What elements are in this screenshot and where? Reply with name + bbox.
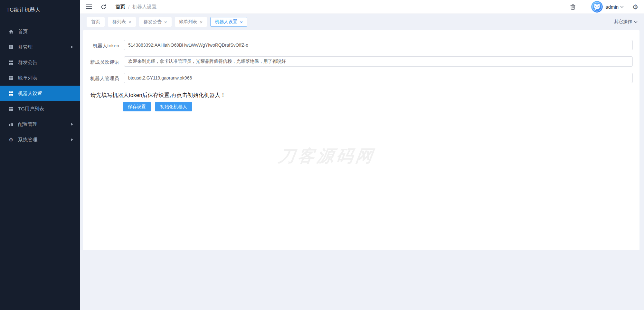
main-area: 首页 / 机器人设置 <box>80 0 644 310</box>
grid-icon <box>8 44 14 50</box>
close-icon[interactable]: × <box>164 20 167 24</box>
field-label-token: 机器人token <box>87 40 119 51</box>
bot-admins-input[interactable] <box>124 73 633 83</box>
field-label-welcome: 新成员欢迎语 <box>87 56 119 67</box>
settings-gear-icon[interactable]: ⚙ <box>632 4 638 10</box>
chevron-right-icon <box>71 46 73 48</box>
content-card: 机器人token 新成员欢迎语 机器人管理员 请先填写机器人token后保存设置… <box>83 30 639 250</box>
sidebar-item-label: 机器人设置 <box>18 90 42 97</box>
avatar[interactable] <box>591 1 603 13</box>
sidebar-item-label: 群管理 <box>18 44 33 50</box>
tab-home[interactable]: 首页 <box>87 17 105 27</box>
tab-bot-settings[interactable]: 机器人设置 × <box>210 17 247 27</box>
trash-icon[interactable] <box>570 4 576 10</box>
other-actions-dropdown[interactable]: 其它操作 <box>614 19 638 25</box>
chevron-down-icon <box>620 6 624 8</box>
tab-broadcast[interactable]: 群发公告 × <box>139 17 172 27</box>
save-settings-button[interactable]: 保存设置 <box>123 102 151 111</box>
form-row: 机器人token <box>83 40 639 51</box>
other-actions-label: 其它操作 <box>614 19 632 25</box>
grid-icon <box>8 75 14 80</box>
tab-label: 群发公告 <box>144 19 162 25</box>
refresh-icon[interactable] <box>100 4 107 10</box>
user-menu[interactable]: admin <box>605 4 624 10</box>
watermark-text: 刀客源码网 <box>277 145 377 167</box>
bar-chart-icon <box>8 122 14 127</box>
breadcrumb-home[interactable]: 首页 <box>116 4 125 10</box>
hamburger-menu-icon[interactable] <box>86 5 92 9</box>
tab-label: 机器人设置 <box>215 19 237 25</box>
sidebar-item-label: 配置管理 <box>18 121 37 127</box>
tab-group-list[interactable]: 群列表 × <box>108 17 136 27</box>
close-icon[interactable]: × <box>128 20 131 24</box>
sidebar-item-bot-settings[interactable]: 机器人设置 <box>0 86 80 101</box>
chevron-right-icon <box>71 138 73 141</box>
sidebar-item-bill-list[interactable]: 账单列表 <box>0 70 80 86</box>
chevron-down-icon <box>634 21 638 23</box>
sidebar-item-label: 系统管理 <box>18 137 37 143</box>
grid-icon <box>8 91 14 96</box>
grid-icon <box>8 60 14 65</box>
button-row: 保存设置 初始化机器人 <box>123 102 639 111</box>
tab-bar: 首页 群列表 × 群发公告 × 账单列表 × 机器人设置 × 其它操作 <box>80 14 644 30</box>
form-row: 机器人管理员 <box>83 73 639 84</box>
breadcrumb-current: 机器人设置 <box>132 4 156 10</box>
tab-bill-list[interactable]: 账单列表 × <box>175 17 207 27</box>
sidebar-item-label: TG用户列表 <box>18 106 44 112</box>
bot-token-input[interactable] <box>124 40 633 50</box>
sidebar-menu: 首页 群管理 群发公告 账单列表 机器人设置 TG用户列表 <box>0 20 80 147</box>
field-label-admins: 机器人管理员 <box>87 73 119 84</box>
init-bot-button[interactable]: 初始化机器人 <box>155 102 192 111</box>
sidebar-item-broadcast[interactable]: 群发公告 <box>0 55 80 70</box>
home-icon <box>8 29 14 34</box>
app-root: TG统计机器人 首页 群管理 群发公告 账单列表 <box>0 0 644 310</box>
sidebar-item-label: 首页 <box>18 29 28 35</box>
sidebar-item-system-manage[interactable]: ⚙ 系统管理 <box>0 132 80 147</box>
sidebar-item-label: 账单列表 <box>18 75 37 81</box>
breadcrumb: 首页 / 机器人设置 <box>116 4 156 10</box>
app-title: TG统计机器人 <box>0 0 80 20</box>
topbar-right-cluster: admin ⚙ <box>570 1 638 13</box>
top-bar: 首页 / 机器人设置 <box>80 0 644 14</box>
sidebar-item-config-manage[interactable]: 配置管理 <box>0 117 80 132</box>
form-row: 新成员欢迎语 <box>83 56 639 67</box>
form-hint-text: 请先填写机器人token后保存设置,再点击初始化机器人！ <box>90 91 639 99</box>
close-icon[interactable]: × <box>200 20 203 24</box>
username: admin <box>605 4 619 10</box>
tab-label: 首页 <box>91 19 100 25</box>
tab-label: 群列表 <box>112 19 126 25</box>
close-icon[interactable]: × <box>240 20 243 24</box>
tab-label: 账单列表 <box>179 19 197 25</box>
chevron-right-icon <box>71 123 73 126</box>
grid-icon <box>8 106 14 111</box>
sidebar-item-tg-users[interactable]: TG用户列表 <box>0 101 80 117</box>
sidebar: TG统计机器人 首页 群管理 群发公告 账单列表 <box>0 0 80 310</box>
sidebar-item-group-manage[interactable]: 群管理 <box>0 39 80 55</box>
sidebar-item-label: 群发公告 <box>18 60 37 66</box>
breadcrumb-separator: / <box>128 4 129 10</box>
sidebar-item-home[interactable]: 首页 <box>0 24 80 39</box>
welcome-message-input[interactable] <box>124 56 633 67</box>
gear-icon: ⚙ <box>8 137 14 142</box>
